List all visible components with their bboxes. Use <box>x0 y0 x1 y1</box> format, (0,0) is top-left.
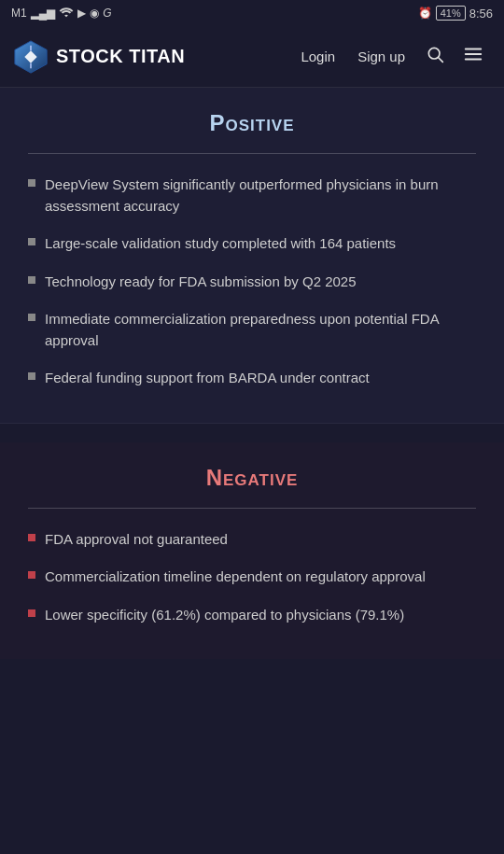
positive-divider <box>28 153 476 154</box>
list-item-text: Commercialization timeline dependent on … <box>45 567 426 588</box>
bullet-icon <box>28 276 35 284</box>
bullet-icon <box>28 372 35 380</box>
list-item: Immediate commercialization preparedness… <box>28 309 476 351</box>
status-right: ⏰ 41% 8:56 <box>418 6 493 21</box>
list-item: FDA approval not guaranteed <box>28 529 476 551</box>
list-item-text: Large-scale validation study completed w… <box>45 233 396 255</box>
list-item-text: Federal funding support from BARDA under… <box>45 368 370 389</box>
negative-list: FDA approval not guaranteedCommercializa… <box>28 529 476 626</box>
menu-icon[interactable] <box>455 40 491 73</box>
instagram-icon: ◉ <box>90 7 99 20</box>
navbar: STOCK TITAN Login Sign up <box>0 26 504 88</box>
list-item: Commercialization timeline dependent on … <box>28 567 476 588</box>
bullet-icon <box>28 179 35 187</box>
positive-title: Positive <box>28 110 476 136</box>
time-display: 8:56 <box>469 7 493 21</box>
positive-section: Positive DeepView System significantly o… <box>0 88 504 424</box>
battery-icon: 41% <box>436 6 466 21</box>
yt-icon: ▶ <box>77 7 86 20</box>
signal-icon: ▂▄▆ <box>31 7 56 20</box>
negative-title: Negative <box>28 465 476 491</box>
bullet-icon <box>28 609 35 617</box>
list-item-text: Lower specificity (61.2%) compared to ph… <box>45 605 404 626</box>
main-content: Positive DeepView System significantly o… <box>0 88 504 659</box>
list-item-text: FDA approval not guaranteed <box>45 529 228 551</box>
negative-divider <box>28 508 476 509</box>
carrier-label: M1 <box>11 7 27 20</box>
list-item-text: DeepView System significantly outperform… <box>45 175 476 217</box>
brand-name: STOCK TITAN <box>56 46 185 67</box>
list-item: Large-scale validation study completed w… <box>28 233 476 255</box>
nav-links: Login Sign up <box>291 40 491 73</box>
brand: STOCK TITAN <box>13 39 185 75</box>
signup-button[interactable]: Sign up <box>348 43 414 70</box>
list-item: Lower specificity (61.2%) compared to ph… <box>28 605 476 626</box>
list-item: DeepView System significantly outperform… <box>28 175 476 217</box>
wifi-icon <box>59 7 74 21</box>
negative-section: Negative FDA approval not guaranteedComm… <box>0 442 504 660</box>
list-item-text: Technology ready for FDA submission by Q… <box>45 272 357 293</box>
bullet-icon <box>28 238 35 245</box>
list-item-text: Immediate commercialization preparedness… <box>45 309 476 351</box>
g-icon: G <box>103 7 111 20</box>
bullet-icon <box>28 571 35 579</box>
login-button[interactable]: Login <box>291 43 344 70</box>
search-icon[interactable] <box>418 41 452 72</box>
bullet-icon <box>28 314 35 321</box>
brand-logo-icon <box>13 39 49 75</box>
alarm-icon: ⏰ <box>418 7 432 20</box>
status-left: M1 ▂▄▆ ▶ ◉ G <box>11 7 112 21</box>
positive-list: DeepView System significantly outperform… <box>28 175 476 389</box>
status-bar: M1 ▂▄▆ ▶ ◉ G ⏰ 41% 8:56 <box>0 0 504 26</box>
list-item: Federal funding support from BARDA under… <box>28 368 476 389</box>
svg-line-2 <box>439 58 443 63</box>
list-item: Technology ready for FDA submission by Q… <box>28 272 476 293</box>
bullet-icon <box>28 534 35 541</box>
